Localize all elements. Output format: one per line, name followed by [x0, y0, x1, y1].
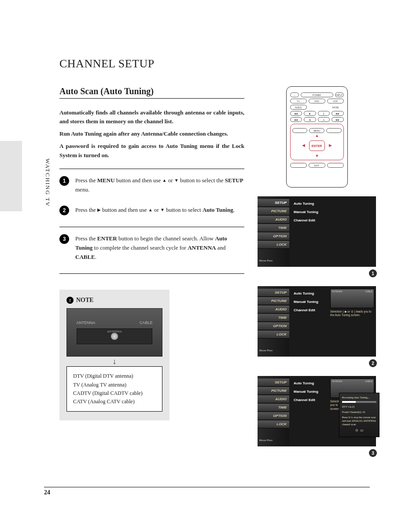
step-text: Press the ▶ button and then use ▲ or ▼ b…	[75, 206, 235, 215]
note-line: CATV (Analog CATV cable)	[73, 398, 156, 406]
down-arrow-icon: ▼	[174, 178, 179, 183]
up-arrow-icon: ▲	[148, 207, 153, 212]
kw: CABLE	[75, 254, 95, 260]
osd-menu-item: SETUP	[258, 199, 289, 207]
t: menu.	[75, 186, 89, 193]
t: or	[153, 206, 160, 213]
osd-menu-item: LOCK	[258, 331, 289, 339]
enter-label: ENTER	[312, 144, 322, 147]
popup-line: Found Channel(s): 16	[342, 410, 376, 414]
divider	[59, 227, 244, 227]
osd-screenshot-3: SETUP PICTURE AUDIO TIME OPTION LOCK Mov…	[258, 376, 376, 446]
remote-dpad-highlight: MENU ▲ ◀ ▶ ▼ ENTER	[290, 124, 344, 160]
thumb-label: ANTENNA	[332, 380, 343, 383]
remote-transport: ▶▶	[332, 111, 344, 116]
step-number-badge: 3	[59, 234, 69, 244]
t: Press the	[75, 177, 97, 184]
osd-menu-item: OPTION	[258, 412, 289, 420]
divider	[59, 273, 244, 274]
intro-paragraph: Automatically finds all channels availab…	[59, 108, 244, 126]
step-number-badge: 1	[59, 176, 69, 186]
osd-menu-item: AUDIO	[258, 306, 289, 313]
osd-menu-item: TIME	[258, 314, 289, 322]
antenna-label: ANTENNA	[77, 320, 96, 325]
osd-side-menu: SETUP PICTURE AUDIO TIME OPTION LOCK Mov…	[258, 376, 289, 446]
remote-tv-button: TV	[290, 99, 307, 103]
up-arrow-icon: ▲	[162, 178, 167, 183]
note-line: CADTV (Digital CADTV cable)	[73, 389, 156, 398]
right-arrow-icon: ▶	[329, 143, 332, 147]
t: button and then use	[101, 206, 148, 213]
kw: Auto Tuning	[203, 206, 233, 213]
remote-transport: ■	[304, 117, 316, 122]
remote-transport: ◀◀	[290, 117, 302, 122]
t: Press the	[75, 206, 97, 213]
progress-bar-track	[342, 401, 376, 403]
t: button and then use	[115, 177, 162, 184]
thumb-label: CABLE	[365, 380, 372, 383]
t: to complete the channel search cycle for	[92, 244, 188, 251]
note-line: DTV (Digital DTV antenna)	[73, 372, 156, 380]
screenshot-number-badge: 2	[369, 359, 377, 367]
page-title: CHANNEL SETUP	[59, 57, 376, 70]
t: Press the	[75, 235, 97, 242]
step-text: Press the MENU button and then use ▲ or …	[75, 176, 244, 195]
osd-menu-item: AUDIO	[258, 216, 289, 224]
thumb-label: ANTENNA	[332, 290, 343, 293]
osd-menu-item: LOCK	[258, 241, 289, 249]
remote-transport: ●	[318, 117, 330, 122]
down-arrow-icon: ▼	[315, 154, 319, 158]
thumb-label: CABLE	[365, 290, 372, 293]
popup-title: Processing Auto Tuning...	[342, 396, 376, 399]
osd-footer-hint: Move Prev	[258, 258, 289, 264]
note-box: NOTE ANTENNA CABLE ANTENNA ↓ DTV (Digita…	[59, 290, 169, 421]
note-line: TV (Analog TV antenna)	[73, 381, 156, 389]
osd-menu-item: TIME	[258, 404, 289, 412]
remote-button: ☼	[290, 92, 299, 97]
remote-vcr-button: VCR	[327, 99, 344, 103]
t: or	[166, 177, 174, 184]
remote-exit-button: EXIT	[309, 163, 325, 168]
osd-sub-item: Auto Tuning	[294, 202, 372, 206]
divider	[59, 169, 244, 169]
osd-menu-item: OPTION	[258, 322, 289, 330]
popup-enter-icon: ⊙ ▭	[342, 428, 376, 432]
kw: ANTENNA	[188, 244, 216, 251]
page-number: 24	[44, 489, 50, 496]
osd-menu-item: OPTION	[258, 232, 289, 240]
remote-power-button: POWER	[301, 92, 333, 97]
remote-button	[292, 128, 308, 133]
osd-side-menu: SETUP PICTURE AUDIO TIME OPTION LOCK Mov…	[258, 196, 289, 267]
section-subtitle: Auto Scan (Auto Tuning)	[59, 86, 244, 99]
osd-screenshot-1: SETUP PICTURE AUDIO TIME OPTION LOCK Mov…	[258, 196, 376, 267]
footer-rule	[44, 487, 370, 487]
remote-button	[326, 128, 342, 133]
remote-transport: ‖	[318, 111, 330, 116]
popup-line: Press ⊙ to stop the current scan and sta…	[342, 416, 376, 426]
right-arrow-icon: ▶	[97, 207, 101, 212]
note-heading: NOTE	[66, 297, 162, 304]
osd-caption: Selection ( ▶ or ⊙ ) leads you to the Au…	[330, 310, 374, 317]
t: and	[216, 244, 225, 251]
remote-transport: ▶	[304, 111, 316, 116]
t: button to select the	[179, 177, 225, 184]
intro-paragraph: A password is required to gain access to…	[59, 142, 244, 159]
osd-menu-item: SETUP	[258, 289, 289, 297]
cable-label: CABLE	[140, 320, 153, 325]
kw: MENU	[97, 177, 115, 184]
intro-paragraph: Run Auto Tuning again after any Antenna/…	[59, 129, 244, 138]
remote-transport: ◀◀	[290, 111, 302, 116]
remote-illustration: ☼ POWER INPUT TV DVD VCR AUDIO MODE ◀◀ ▶	[286, 86, 348, 188]
antenna-jack-illustration: ANTENNA CABLE ANTENNA	[66, 308, 162, 357]
down-arrow-icon: ↓	[66, 359, 162, 364]
osd-menu-item: TIME	[258, 224, 289, 232]
remote-input-button: INPUT	[335, 92, 344, 97]
kw: SETUP	[225, 177, 243, 184]
down-arrow-icon: ▼	[160, 207, 165, 212]
t: button to begin the channel search. Allo…	[117, 235, 215, 242]
coax-jack-icon	[111, 332, 118, 340]
osd-footer-hint: Move Prev	[258, 347, 289, 354]
screenshot-number-badge: 3	[369, 449, 377, 457]
osd-screenshot-2: SETUP PICTURE AUDIO TIME OPTION LOCK Mov…	[258, 286, 376, 357]
kw: ENTER	[97, 235, 117, 242]
